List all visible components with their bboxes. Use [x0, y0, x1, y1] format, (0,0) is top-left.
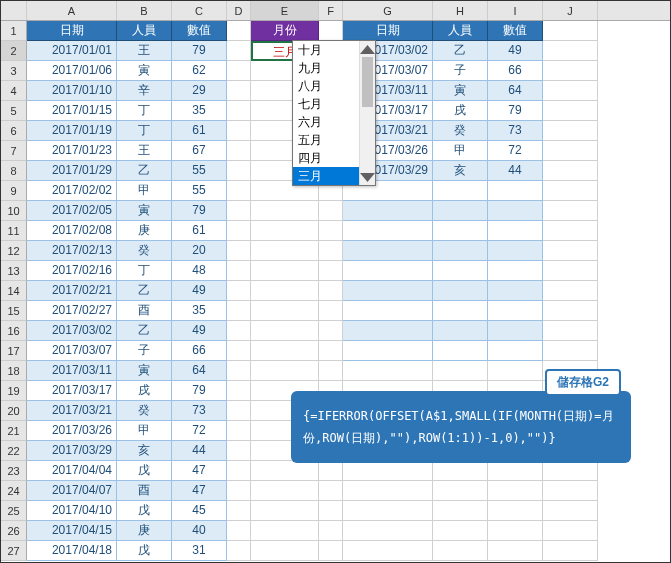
- cell-F18[interactable]: [319, 361, 343, 381]
- cell-A17[interactable]: 2017/03/07: [27, 341, 117, 361]
- cell-C3[interactable]: 62: [172, 61, 227, 81]
- cell-D11[interactable]: [227, 221, 251, 241]
- cell-H18[interactable]: [433, 361, 488, 381]
- cell-A11[interactable]: 2017/02/08: [27, 221, 117, 241]
- cell-F23[interactable]: [319, 461, 343, 481]
- cell-D17[interactable]: [227, 341, 251, 361]
- cell-D23[interactable]: [227, 461, 251, 481]
- row-header-19[interactable]: 19: [1, 381, 27, 401]
- scroll-up-icon[interactable]: [360, 41, 375, 57]
- cell-I7[interactable]: 72: [488, 141, 543, 161]
- cell-H23[interactable]: [433, 461, 488, 481]
- cell-B4[interactable]: 辛: [117, 81, 172, 101]
- cell-B11[interactable]: 庚: [117, 221, 172, 241]
- cell-I15[interactable]: [488, 301, 543, 321]
- cell-H12[interactable]: [433, 241, 488, 261]
- cell-A21[interactable]: 2017/03/26: [27, 421, 117, 441]
- cell-C18[interactable]: 64: [172, 361, 227, 381]
- cell-A25[interactable]: 2017/04/10: [27, 501, 117, 521]
- cell-E27[interactable]: [251, 541, 319, 561]
- cell-C19[interactable]: 79: [172, 381, 227, 401]
- cell-B14[interactable]: 乙: [117, 281, 172, 301]
- cell-H16[interactable]: [433, 321, 488, 341]
- row-header-22[interactable]: 22: [1, 441, 27, 461]
- cell-J6[interactable]: [543, 121, 598, 141]
- cell-D15[interactable]: [227, 301, 251, 321]
- cell-B20[interactable]: 癸: [117, 401, 172, 421]
- cell-D4[interactable]: [227, 81, 251, 101]
- cell-J27[interactable]: [543, 541, 598, 561]
- cell-B16[interactable]: 乙: [117, 321, 172, 341]
- cell-H15[interactable]: [433, 301, 488, 321]
- cell-B26[interactable]: 庚: [117, 521, 172, 541]
- cell-F12[interactable]: [319, 241, 343, 261]
- row-header-23[interactable]: 23: [1, 461, 27, 481]
- cell-F25[interactable]: [319, 501, 343, 521]
- cell-F14[interactable]: [319, 281, 343, 301]
- scroll-thumb[interactable]: [362, 57, 373, 107]
- cell-H24[interactable]: [433, 481, 488, 501]
- cell-D16[interactable]: [227, 321, 251, 341]
- cell-F24[interactable]: [319, 481, 343, 501]
- cell-E15[interactable]: [251, 301, 319, 321]
- cell-J1[interactable]: [543, 21, 598, 41]
- cell-C6[interactable]: 61: [172, 121, 227, 141]
- row-header-6[interactable]: 6: [1, 121, 27, 141]
- cell-J4[interactable]: [543, 81, 598, 101]
- cell-C21[interactable]: 72: [172, 421, 227, 441]
- cell-D27[interactable]: [227, 541, 251, 561]
- cell-J15[interactable]: [543, 301, 598, 321]
- cell-H11[interactable]: [433, 221, 488, 241]
- col-header-E[interactable]: E: [251, 1, 319, 20]
- cell-C27[interactable]: 31: [172, 541, 227, 561]
- cell-D10[interactable]: [227, 201, 251, 221]
- cell-A9[interactable]: 2017/02/02: [27, 181, 117, 201]
- cell-B21[interactable]: 甲: [117, 421, 172, 441]
- cell-A13[interactable]: 2017/02/16: [27, 261, 117, 281]
- cell-I5[interactable]: 79: [488, 101, 543, 121]
- cell-D21[interactable]: [227, 421, 251, 441]
- cell-D25[interactable]: [227, 501, 251, 521]
- cell-C11[interactable]: 61: [172, 221, 227, 241]
- cell-B25[interactable]: 戊: [117, 501, 172, 521]
- row-header-12[interactable]: 12: [1, 241, 27, 261]
- cell-F16[interactable]: [319, 321, 343, 341]
- cell-C22[interactable]: 44: [172, 441, 227, 461]
- cell-A6[interactable]: 2017/01/19: [27, 121, 117, 141]
- cell-D7[interactable]: [227, 141, 251, 161]
- col-header-B[interactable]: B: [117, 1, 172, 20]
- col-header-F[interactable]: F: [319, 1, 343, 20]
- cell-F13[interactable]: [319, 261, 343, 281]
- row-header-9[interactable]: 9: [1, 181, 27, 201]
- cell-I23[interactable]: [488, 461, 543, 481]
- cell-J5[interactable]: [543, 101, 598, 121]
- cell-J13[interactable]: [543, 261, 598, 281]
- cell-H3[interactable]: 子: [433, 61, 488, 81]
- cell-D18[interactable]: [227, 361, 251, 381]
- row-header-18[interactable]: 18: [1, 361, 27, 381]
- row-header-27[interactable]: 27: [1, 541, 27, 561]
- cell-D26[interactable]: [227, 521, 251, 541]
- cell-A2[interactable]: 2017/01/01: [27, 41, 117, 61]
- cell-I10[interactable]: [488, 201, 543, 221]
- cell-I11[interactable]: [488, 221, 543, 241]
- cell-B23[interactable]: 戊: [117, 461, 172, 481]
- cell-J26[interactable]: [543, 521, 598, 541]
- cell-J25[interactable]: [543, 501, 598, 521]
- cell-J8[interactable]: [543, 161, 598, 181]
- cell-F26[interactable]: [319, 521, 343, 541]
- row-header-10[interactable]: 10: [1, 201, 27, 221]
- row-header-7[interactable]: 7: [1, 141, 27, 161]
- cell-A1[interactable]: 日期: [27, 21, 117, 41]
- cell-D2[interactable]: [227, 41, 251, 61]
- cell-C16[interactable]: 49: [172, 321, 227, 341]
- cell-H7[interactable]: 甲: [433, 141, 488, 161]
- cell-G1[interactable]: 日期: [343, 21, 433, 41]
- cell-H1[interactable]: 人員: [433, 21, 488, 41]
- cell-J2[interactable]: [543, 41, 598, 61]
- cell-H25[interactable]: [433, 501, 488, 521]
- cell-A22[interactable]: 2017/03/29: [27, 441, 117, 461]
- cell-A26[interactable]: 2017/04/15: [27, 521, 117, 541]
- row-header-14[interactable]: 14: [1, 281, 27, 301]
- row-header-13[interactable]: 13: [1, 261, 27, 281]
